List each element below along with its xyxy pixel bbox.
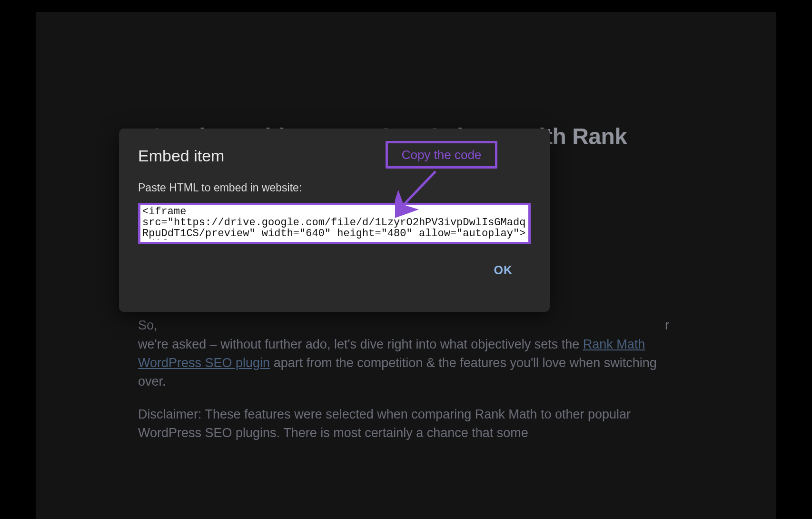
modal-actions: OK (138, 260, 531, 281)
ok-button[interactable]: OK (485, 260, 522, 281)
modal-label: Paste HTML to embed in website: (138, 181, 531, 194)
annotation-text: Copy the code (402, 148, 482, 162)
embed-code-wrap (138, 203, 531, 244)
embed-code-textarea[interactable] (140, 205, 528, 240)
annotation-copy-box: Copy the code (386, 141, 497, 169)
